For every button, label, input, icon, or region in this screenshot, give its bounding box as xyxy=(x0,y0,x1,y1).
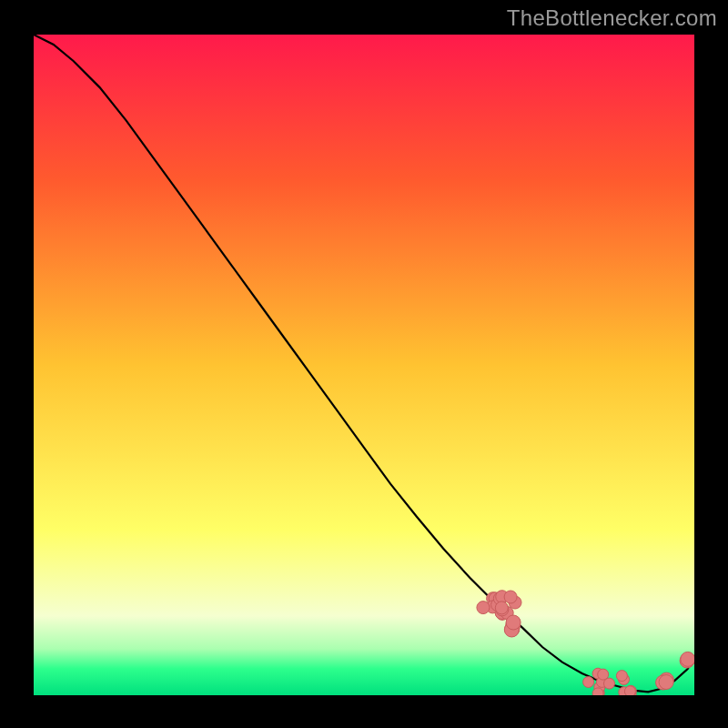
data-dot xyxy=(506,615,521,630)
data-dot xyxy=(495,602,508,614)
chart-svg xyxy=(34,35,694,695)
gradient-background xyxy=(34,35,694,695)
watermark-text: TheBottlenecker.com xyxy=(507,5,717,31)
data-dot xyxy=(616,671,627,682)
data-dot xyxy=(659,675,673,690)
data-dot xyxy=(624,686,635,695)
chart-frame: TheBottlenecker.com xyxy=(0,0,728,728)
plot-area xyxy=(34,35,694,695)
data-dot xyxy=(504,591,517,603)
data-dot xyxy=(604,678,615,689)
data-dot xyxy=(477,602,490,614)
data-dot xyxy=(681,652,694,666)
data-dot xyxy=(583,677,594,688)
data-dot xyxy=(592,688,603,695)
